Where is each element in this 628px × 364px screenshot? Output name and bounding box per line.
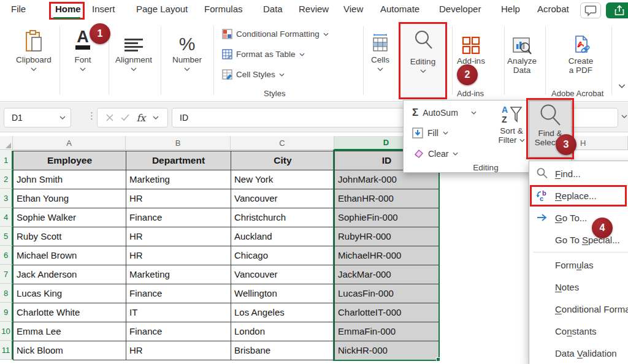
- cell[interactable]: HR: [126, 227, 231, 246]
- column-header-a[interactable]: A: [13, 136, 126, 150]
- analyze-data-button[interactable]: Analyze Data: [494, 26, 550, 75]
- editing-group-button[interactable]: Editing: [399, 22, 447, 99]
- cell[interactable]: Nick Bloom: [13, 341, 126, 360]
- tab-automate[interactable]: Automate: [380, 4, 419, 14]
- cell-selected[interactable]: MichaelHR-000: [335, 246, 439, 265]
- formula-bar-expand-chevron-icon[interactable]: [621, 115, 627, 118]
- addins-button[interactable]: Add-ins: [443, 26, 499, 66]
- cell-selected[interactable]: JackMar-000: [335, 265, 439, 284]
- cell[interactable]: HR: [126, 189, 231, 208]
- row-header-7[interactable]: 7: [0, 265, 13, 284]
- tab-developer[interactable]: Developer: [439, 4, 481, 14]
- cell[interactable]: Ruby Scott: [13, 227, 126, 246]
- cell-a1[interactable]: Employee: [13, 151, 126, 170]
- row-header-9[interactable]: 9: [0, 303, 13, 322]
- cell-selected[interactable]: LucasFin-000: [335, 284, 439, 303]
- cell[interactable]: Lucas King: [13, 284, 126, 303]
- cell-styles-button[interactable]: Cell Styles: [222, 69, 285, 80]
- enter-check-icon[interactable]: [121, 114, 129, 121]
- cell[interactable]: New York: [231, 170, 335, 189]
- row-header-1[interactable]: 1: [0, 151, 13, 170]
- cell[interactable]: HR: [126, 246, 231, 265]
- cell[interactable]: Sophie Walker: [13, 208, 126, 227]
- cell[interactable]: London: [231, 322, 335, 341]
- cell-selected[interactable]: EmmaFin-000: [335, 322, 439, 341]
- cell-selected[interactable]: EthanHR-000: [335, 189, 439, 208]
- menu-item-find[interactable]: Find...: [529, 162, 628, 184]
- cell[interactable]: Michael Brown: [13, 246, 126, 265]
- alignment-group-button[interactable]: Alignment: [105, 25, 162, 71]
- cell[interactable]: Finance: [126, 284, 231, 303]
- cell[interactable]: Los Angeles: [231, 303, 335, 322]
- drag-handle-dots-icon[interactable]: ⋮: [87, 110, 96, 121]
- cell[interactable]: Vancouver: [231, 265, 335, 284]
- clear-button[interactable]: Clear: [412, 148, 458, 159]
- cell[interactable]: Marketing: [126, 265, 231, 284]
- menu-item-formulas[interactable]: Formulas: [529, 254, 628, 276]
- clipboard-group-button[interactable]: Clipboard: [6, 25, 62, 71]
- fill-handle[interactable]: [436, 357, 440, 362]
- cell-selected[interactable]: SophieFin-000: [335, 208, 439, 227]
- row-header-5[interactable]: 5: [0, 227, 13, 246]
- tab-page-layout[interactable]: Page Layout: [136, 4, 188, 14]
- create-pdf-button[interactable]: Create a PDF: [553, 26, 609, 75]
- tab-acrobat[interactable]: Acrobat: [537, 4, 569, 14]
- menu-item-notes[interactable]: Notes: [529, 276, 628, 298]
- row-header-3[interactable]: 3: [0, 189, 13, 208]
- column-header-b[interactable]: B: [126, 136, 231, 150]
- row-header-2[interactable]: 2: [0, 170, 13, 189]
- menu-item-go-to-special[interactable]: Go To Special...: [529, 229, 628, 251]
- cell[interactable]: John Smith: [13, 170, 126, 189]
- cell[interactable]: Finance: [126, 322, 231, 341]
- select-all-corner[interactable]: [0, 136, 13, 150]
- cell[interactable]: Jack Anderson: [13, 265, 126, 284]
- number-group-button[interactable]: % Number: [159, 25, 215, 71]
- row-header-11[interactable]: 11: [0, 341, 13, 360]
- format-as-table-button[interactable]: Format as Table: [222, 49, 305, 59]
- row-header-4[interactable]: 4: [0, 208, 13, 227]
- chevron-down-icon[interactable]: [153, 116, 159, 119]
- cancel-icon[interactable]: [106, 114, 113, 121]
- cell[interactable]: Vancouver: [231, 189, 335, 208]
- cell-c1[interactable]: City: [231, 151, 335, 170]
- cell-selected[interactable]: JohnMark-000: [335, 170, 439, 189]
- column-header-h[interactable]: H: [572, 136, 628, 150]
- cell[interactable]: Marketing: [126, 170, 231, 189]
- tab-formulas[interactable]: Formulas: [204, 4, 243, 14]
- row-header-10[interactable]: 10: [0, 322, 13, 341]
- cell-selected[interactable]: NickHR-000: [335, 341, 439, 360]
- cell[interactable]: Charlotte White: [13, 303, 126, 322]
- cell[interactable]: HR: [126, 341, 231, 360]
- ribbon-overflow-chevron-icon[interactable]: [618, 84, 626, 88]
- cell-b1[interactable]: Department: [126, 151, 231, 170]
- column-header-c[interactable]: C: [231, 136, 334, 150]
- comments-button[interactable]: [580, 2, 601, 18]
- name-box[interactable]: D1: [4, 108, 71, 127]
- menu-item-go-to[interactable]: Go To...: [529, 207, 628, 229]
- tab-insert[interactable]: Insert: [92, 4, 115, 14]
- menu-item-replace[interactable]: bc Replace...: [529, 184, 628, 207]
- conditional-formatting-button[interactable]: Conditional Formatting: [222, 29, 329, 39]
- tab-file[interactable]: File: [11, 4, 26, 14]
- cell[interactable]: Christchurch: [231, 208, 335, 227]
- cell[interactable]: Auckland: [231, 227, 335, 246]
- insert-function-icon[interactable]: fx: [136, 112, 145, 124]
- cell[interactable]: Brisbane: [231, 341, 335, 360]
- tab-review[interactable]: Review: [299, 4, 329, 14]
- menu-item-data-validation[interactable]: Data Validation: [529, 342, 628, 364]
- autosum-button[interactable]: Σ AutoSum: [412, 107, 477, 119]
- row-header-6[interactable]: 6: [0, 246, 13, 265]
- cell[interactable]: Chicago: [231, 246, 335, 265]
- row-header-8[interactable]: 8: [0, 284, 13, 303]
- share-button[interactable]: [606, 2, 628, 18]
- menu-item-conditional-formatting[interactable]: Conditional Formatting: [529, 298, 628, 320]
- tab-data[interactable]: Data: [263, 4, 283, 14]
- cell[interactable]: IT: [126, 303, 231, 322]
- cell[interactable]: Emma Lee: [13, 322, 126, 341]
- cell[interactable]: Wellington: [231, 284, 335, 303]
- cell[interactable]: Ethan Young: [13, 189, 126, 208]
- cell-selected[interactable]: RubyHR-000: [335, 227, 439, 246]
- fill-button[interactable]: Fill: [412, 127, 448, 138]
- cell-selected[interactable]: CharlotteIT-000: [335, 303, 439, 322]
- tab-view[interactable]: View: [343, 4, 363, 14]
